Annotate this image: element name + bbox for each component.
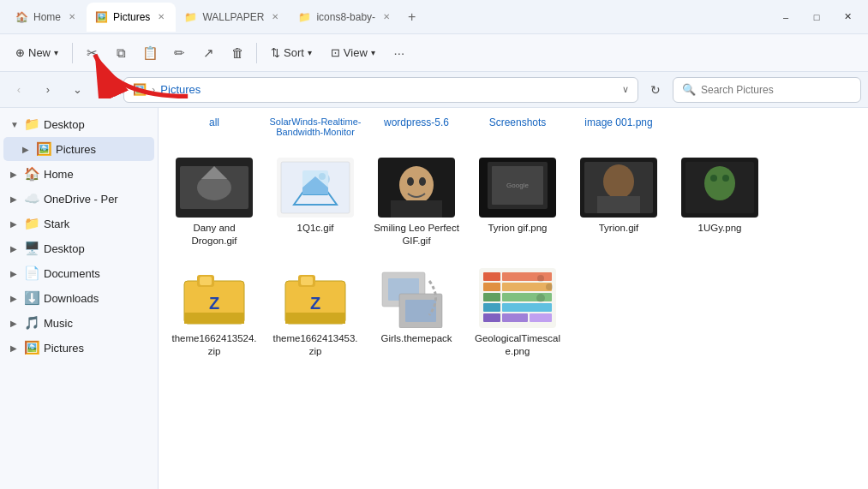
up-button[interactable]: ↑ bbox=[94, 78, 118, 102]
view-icon: ⊡ bbox=[331, 46, 340, 59]
tab-icons8[interactable]: 📁 icons8-baby- ✕ bbox=[290, 3, 401, 32]
list-item[interactable]: Google Tyrion gif.png bbox=[470, 151, 565, 254]
share-button[interactable]: ↗ bbox=[195, 39, 222, 67]
desktop2-chevron-icon: ▶ bbox=[10, 244, 21, 253]
svg-text:Z: Z bbox=[209, 294, 219, 313]
list-item[interactable]: 1UGy.png bbox=[673, 151, 767, 254]
list-item[interactable]: Z theme1662413453.zip bbox=[268, 261, 362, 365]
cut-button[interactable]: ✂ bbox=[78, 39, 105, 67]
file-thumb-1ugy bbox=[681, 158, 758, 218]
sidebar-item-onedrive[interactable]: ▶ ☁️ OneDrive - Per bbox=[3, 187, 154, 211]
sidebar-item-stark[interactable]: ▶ 📁 Stark bbox=[3, 212, 154, 236]
list-item[interactable]: 1Q1c.gif bbox=[268, 151, 362, 254]
svg-rect-34 bbox=[184, 313, 244, 324]
recent-locations-button[interactable]: ⌄ bbox=[65, 78, 89, 102]
sidebar-desktop-label: Desktop bbox=[44, 118, 85, 131]
paste-button[interactable]: 📋 bbox=[136, 39, 164, 67]
list-item[interactable]: Tyrion.gif bbox=[572, 151, 666, 254]
file-solarwinds-partial[interactable]: SolarWinds-Realtime-Bandwidth-Monitor bbox=[268, 116, 362, 144]
svg-rect-46 bbox=[483, 283, 500, 291]
title-bar: 🏠 Home ✕ 🖼️ Pictures ✕ 📁 WALLPAPER ✕ 📁 i… bbox=[0, 0, 868, 34]
file-thumb-theme1: Z bbox=[176, 268, 253, 328]
svg-point-15 bbox=[407, 177, 414, 186]
svg-rect-51 bbox=[502, 283, 552, 291]
new-button[interactable]: ⊕ New ▾ bbox=[7, 42, 67, 63]
svg-rect-37 bbox=[301, 277, 313, 285]
pictures-tab-close[interactable]: ✕ bbox=[155, 10, 167, 23]
delete-button[interactable]: 🗑 bbox=[224, 39, 251, 67]
list-item[interactable]: Dany and Drogon.gif bbox=[167, 151, 261, 254]
sidebar-onedrive-label: OneDrive - Per bbox=[44, 193, 118, 206]
svg-point-16 bbox=[419, 177, 426, 186]
file-screenshots-partial[interactable]: Screenshots bbox=[470, 116, 565, 144]
home-icon: 🏠 bbox=[24, 166, 40, 182]
sidebar-item-desktop[interactable]: ▼ 📁 Desktop bbox=[3, 112, 154, 136]
pictures2-chevron-icon: ▶ bbox=[10, 343, 21, 353]
svg-rect-24 bbox=[597, 196, 640, 213]
svg-rect-45 bbox=[483, 272, 500, 281]
tabs-area: 🏠 Home ✕ 🖼️ Pictures ✕ 📁 WALLPAPER ✕ 📁 i… bbox=[7, 0, 772, 33]
file-label-girls: Girls.themepack bbox=[380, 332, 452, 345]
more-button[interactable]: ··· bbox=[386, 39, 413, 67]
svg-point-29 bbox=[722, 175, 729, 182]
maximize-button[interactable]: □ bbox=[803, 7, 830, 27]
new-chevron-icon: ▾ bbox=[54, 48, 58, 57]
file-image001-partial[interactable]: image 001.png bbox=[572, 116, 666, 144]
sidebar-item-pictures2[interactable]: ▶ 🖼️ Pictures bbox=[3, 336, 154, 360]
tab-pictures[interactable]: 🖼️ Pictures ✕ bbox=[87, 3, 176, 32]
sort-button[interactable]: ⇅ Sort ▾ bbox=[262, 42, 320, 63]
svg-point-23 bbox=[603, 164, 634, 199]
sort-chevron-icon: ▾ bbox=[308, 48, 312, 57]
svg-rect-53 bbox=[502, 303, 552, 312]
sidebar-item-documents[interactable]: ▶ 📄 Documents bbox=[3, 261, 154, 285]
view-button[interactable]: ⊡ View ▾ bbox=[322, 42, 384, 63]
forward-button[interactable]: › bbox=[36, 78, 60, 102]
svg-point-57 bbox=[546, 283, 553, 290]
copy-button[interactable]: ⧉ bbox=[107, 39, 135, 67]
add-tab-button[interactable]: + bbox=[401, 6, 422, 28]
back-button[interactable]: ‹ bbox=[7, 78, 31, 102]
file-all-partial[interactable]: all bbox=[167, 116, 261, 144]
search-box[interactable]: 🔍 bbox=[673, 77, 861, 103]
toolbar-sep-1 bbox=[72, 43, 73, 63]
refresh-button[interactable]: ↻ bbox=[644, 78, 667, 102]
file-wordpress-partial[interactable]: wordpress-5.6 bbox=[369, 116, 464, 144]
svg-rect-48 bbox=[483, 303, 500, 312]
tab-wallpaper[interactable]: 📁 WALLPAPER ✕ bbox=[176, 3, 290, 32]
sidebar-item-downloads[interactable]: ▶ ⬇️ Downloads bbox=[3, 286, 154, 310]
minimize-button[interactable]: – bbox=[772, 7, 799, 27]
file-label-1q1c: 1Q1c.gif bbox=[297, 222, 334, 235]
sidebar-item-home[interactable]: ▶ 🏠 Home bbox=[3, 162, 154, 186]
list-item[interactable]: Girls.themepack bbox=[369, 261, 464, 365]
tab-home[interactable]: 🏠 Home ✕ bbox=[7, 3, 87, 32]
home-tab-close[interactable]: ✕ bbox=[66, 10, 78, 23]
file-label-1ugy: 1UGy.png bbox=[698, 222, 742, 235]
search-input[interactable] bbox=[701, 84, 852, 96]
list-item[interactable]: Z theme1662413524.zip bbox=[167, 261, 261, 365]
pictures-chevron-icon: ▶ bbox=[22, 145, 33, 154]
rename-button[interactable]: ✏ bbox=[165, 39, 193, 67]
list-item[interactable]: Smiling Leo Perfect GIF.gif bbox=[369, 151, 464, 254]
svg-point-27 bbox=[704, 166, 735, 200]
sort-icon: ⇅ bbox=[271, 46, 280, 59]
pictures-folder-icon: 🖼️ bbox=[36, 141, 52, 157]
file-thumb-1q1c bbox=[277, 158, 354, 218]
close-button[interactable]: ✕ bbox=[834, 7, 861, 27]
sidebar-item-desktop2[interactable]: ▶ 🖥️ Desktop bbox=[3, 236, 154, 260]
window-controls: – □ ✕ bbox=[772, 7, 861, 27]
address-bar[interactable]: 🖼️ › Pictures ∨ bbox=[123, 77, 638, 103]
sidebar-item-music[interactable]: ▶ 🎵 Music bbox=[3, 311, 154, 335]
icons8-tab-close[interactable]: ✕ bbox=[380, 10, 392, 23]
file-thumb-tyrion-gif bbox=[580, 158, 657, 218]
address-chevron-icon[interactable]: ∨ bbox=[622, 84, 629, 95]
wallpaper-tab-close[interactable]: ✕ bbox=[269, 10, 281, 23]
address-icon: 🖼️ bbox=[133, 83, 147, 96]
sidebar-item-pictures[interactable]: ▶ 🖼️ Pictures bbox=[3, 137, 154, 161]
svg-rect-49 bbox=[483, 313, 500, 322]
svg-point-56 bbox=[537, 275, 544, 282]
address-path: Pictures bbox=[160, 83, 201, 96]
view-label: View bbox=[344, 46, 368, 59]
desktop2-icon: 🖥️ bbox=[24, 241, 40, 256]
list-item[interactable]: GeologicalTimescale.png bbox=[470, 261, 565, 365]
sidebar-documents-label: Documents bbox=[44, 267, 100, 280]
